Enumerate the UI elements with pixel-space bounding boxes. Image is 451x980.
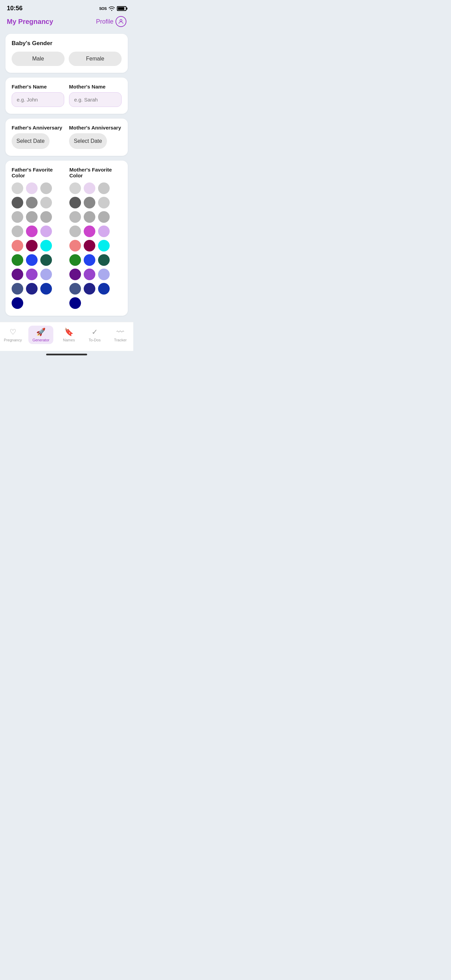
mother-color-dot-9[interactable]	[69, 226, 81, 237]
sos-indicator: SOS	[99, 6, 106, 11]
todos-label: To-Dos	[89, 338, 101, 342]
nav-todos[interactable]: ✓ To-Dos	[84, 328, 105, 342]
mother-color-group: Mother's Favorite Color	[69, 167, 122, 309]
mother-color-dot-12[interactable]	[69, 240, 81, 251]
father-anniversary-label: Father's Anniversary	[12, 125, 64, 130]
home-indicator	[46, 354, 87, 355]
main-content: Baby's Gender Male Female Father's Name …	[0, 31, 133, 318]
mother-color-dot-6[interactable]	[69, 211, 81, 223]
mother-color-dot-19[interactable]	[84, 269, 95, 280]
father-color-dot-4[interactable]	[26, 197, 38, 208]
father-name-label: Father's Name	[12, 84, 64, 89]
mother-anniversary-label: Mother's Anniversary	[69, 125, 122, 130]
nav-generator[interactable]: 🚀 Generator	[29, 326, 54, 344]
father-color-dot-22[interactable]	[26, 283, 38, 294]
mother-color-dot-5[interactable]	[98, 197, 110, 208]
mother-color-dot-14[interactable]	[98, 240, 110, 251]
father-color-dot-17[interactable]	[40, 254, 52, 266]
father-name-input[interactable]	[12, 92, 64, 107]
father-color-dot-9[interactable]	[12, 226, 23, 237]
nav-names[interactable]: 🔖 Names	[59, 328, 79, 342]
name-fields-row: Father's Name Mother's Name	[12, 84, 122, 107]
father-color-dot-3[interactable]	[12, 197, 23, 208]
father-color-dot-15[interactable]	[12, 254, 23, 266]
father-color-dot-21[interactable]	[12, 283, 23, 294]
father-color-dot-23[interactable]	[40, 283, 52, 294]
mother-color-dot-24[interactable]	[69, 297, 81, 309]
father-color-dot-18[interactable]	[12, 269, 23, 280]
mother-color-dot-18[interactable]	[69, 269, 81, 280]
mother-color-dot-7[interactable]	[84, 211, 95, 223]
father-color-dot-0[interactable]	[12, 183, 23, 194]
status-time: 10:56	[7, 5, 22, 12]
tracker-label: Tracker	[114, 338, 127, 342]
name-card: Father's Name Mother's Name	[5, 78, 128, 114]
nav-tracker[interactable]: 〰 Tracker	[110, 328, 130, 342]
color-card: Father's Favorite Color Mother's Favorit…	[5, 161, 128, 316]
svg-point-0	[120, 19, 122, 22]
mother-color-dot-3[interactable]	[69, 197, 81, 208]
gender-card: Baby's Gender Male Female	[5, 34, 128, 73]
names-icon: 🔖	[64, 328, 73, 337]
father-color-dot-14[interactable]	[40, 240, 52, 251]
profile-label: Profile	[96, 18, 113, 25]
gender-card-label: Baby's Gender	[12, 40, 122, 47]
mother-color-dot-4[interactable]	[84, 197, 95, 208]
father-color-dot-5[interactable]	[40, 197, 52, 208]
father-color-dot-10[interactable]	[26, 226, 38, 237]
female-button[interactable]: Female	[69, 52, 122, 66]
mother-name-label: Mother's Name	[69, 84, 122, 89]
color-columns: Father's Favorite Color Mother's Favorit…	[12, 167, 122, 309]
mother-color-dot-16[interactable]	[84, 254, 95, 266]
father-color-dot-16[interactable]	[26, 254, 38, 266]
mother-color-dot-21[interactable]	[69, 283, 81, 294]
profile-icon	[116, 16, 126, 27]
father-color-dot-20[interactable]	[40, 269, 52, 280]
anniversary-card: Father's Anniversary Select Date Mother'…	[5, 119, 128, 156]
mother-color-dot-17[interactable]	[98, 254, 110, 266]
father-date-button[interactable]: Select Date	[12, 133, 49, 149]
pregnancy-label: Pregnancy	[4, 338, 22, 342]
todos-icon: ✓	[92, 328, 98, 337]
generator-icon: 🚀	[36, 328, 45, 337]
nav-pregnancy[interactable]: ♡ Pregnancy	[3, 328, 23, 342]
profile-button[interactable]: Profile	[96, 16, 126, 27]
male-button[interactable]: Male	[12, 52, 65, 66]
mother-name-group: Mother's Name	[69, 84, 122, 107]
mother-color-dot-0[interactable]	[69, 183, 81, 194]
wifi-icon	[109, 6, 115, 11]
mother-color-dot-23[interactable]	[98, 283, 110, 294]
mother-color-label: Mother's Favorite Color	[69, 167, 122, 178]
mother-color-dot-1[interactable]	[84, 183, 95, 194]
father-color-dot-13[interactable]	[26, 240, 38, 251]
generator-label: Generator	[32, 338, 49, 342]
mother-name-input[interactable]	[69, 92, 122, 107]
father-color-dot-19[interactable]	[26, 269, 38, 280]
father-color-dot-24[interactable]	[12, 297, 23, 309]
mother-color-dot-20[interactable]	[98, 269, 110, 280]
app-header: My Pregnancy Profile	[0, 15, 133, 31]
mother-color-dot-13[interactable]	[84, 240, 95, 251]
father-color-dot-1[interactable]	[26, 183, 38, 194]
father-name-group: Father's Name	[12, 84, 64, 107]
father-color-dot-8[interactable]	[40, 211, 52, 223]
mother-date-button[interactable]: Select Date	[69, 133, 107, 149]
mother-color-dot-11[interactable]	[98, 226, 110, 237]
names-label: Names	[63, 338, 75, 342]
mother-color-dot-15[interactable]	[69, 254, 81, 266]
bottom-nav: ♡ Pregnancy 🚀 Generator 🔖 Names ✓ To-Dos…	[0, 322, 133, 351]
father-color-dot-12[interactable]	[12, 240, 23, 251]
status-icons: SOS	[99, 6, 126, 11]
mother-color-dot-8[interactable]	[98, 211, 110, 223]
father-color-dot-2[interactable]	[40, 183, 52, 194]
mother-color-dot-2[interactable]	[98, 183, 110, 194]
father-color-label: Father's Favorite Color	[12, 167, 64, 178]
father-color-group: Father's Favorite Color	[12, 167, 64, 309]
father-anniversary-group: Father's Anniversary Select Date	[12, 125, 64, 149]
mother-color-dot-22[interactable]	[84, 283, 95, 294]
mother-anniversary-group: Mother's Anniversary Select Date	[69, 125, 122, 149]
father-color-dot-11[interactable]	[40, 226, 52, 237]
father-color-dot-6[interactable]	[12, 211, 23, 223]
father-color-dot-7[interactable]	[26, 211, 38, 223]
mother-color-dot-10[interactable]	[84, 226, 95, 237]
